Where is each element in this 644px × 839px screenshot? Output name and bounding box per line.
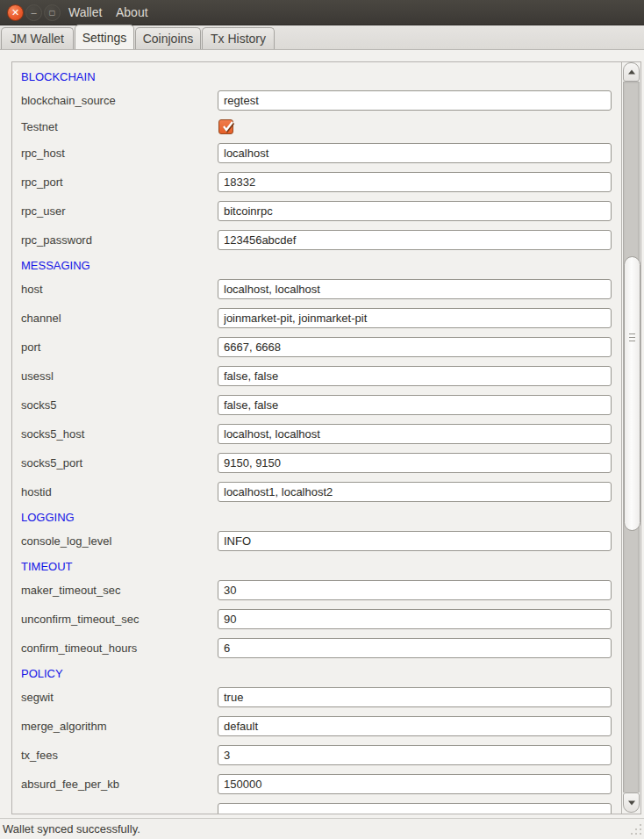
input-maker_timeout_sec[interactable]: [218, 580, 612, 600]
field-label-socks5: socks5: [21, 395, 56, 415]
maximize-icon: ▢: [49, 9, 56, 17]
settings-form-frame: BLOCKCHAINblockchain_sourceTestnetrpc_ho…: [11, 61, 641, 814]
field-label-channel: channel: [21, 308, 61, 328]
check-icon: [220, 118, 236, 134]
section-header-blockchain: BLOCKCHAIN: [21, 70, 96, 84]
field-label-host: host: [21, 279, 43, 299]
field-label-socks5_port: socks5_port: [21, 453, 82, 473]
input-confirm_timeout_hours[interactable]: [218, 638, 612, 658]
minimize-button[interactable]: –: [25, 4, 42, 21]
input-channel[interactable]: [218, 308, 612, 328]
field-label-hostid: hostid: [21, 482, 52, 502]
section-header-logging: LOGGING: [21, 511, 75, 525]
scroll-down-button[interactable]: [623, 792, 640, 813]
field-label-rpc_port: rpc_port: [21, 172, 63, 192]
status-message: Wallet synced successfully.: [3, 819, 140, 839]
input-socks5_host[interactable]: [218, 424, 612, 444]
input-host[interactable]: [218, 279, 612, 299]
tab-bar: JM WalletSettingsCoinjoinsTx History: [0, 25, 644, 50]
scroll-up-button[interactable]: [623, 62, 640, 82]
field-label-console_log_level: console_log_level: [21, 531, 111, 551]
tab-settings[interactable]: Settings: [75, 25, 134, 49]
tab-tx-history[interactable]: Tx History: [202, 27, 275, 49]
minimize-icon: –: [31, 7, 36, 18]
app-window: ✕ – ▢ Wallet About JM WalletSettingsCoin…: [0, 0, 644, 839]
field-label-socks5_host: socks5_host: [21, 424, 84, 444]
input-absurd_fee_per_kb[interactable]: [218, 774, 612, 794]
status-bar: Wallet synced successfully.: [0, 818, 644, 839]
tab-coinjoins[interactable]: Coinjoins: [135, 27, 201, 49]
input-socks5[interactable]: [218, 395, 612, 415]
field-label-unconfirm_timeout_sec: unconfirm_timeout_sec: [21, 609, 139, 629]
field-label-confirm_timeout_hours: confirm_timeout_hours: [21, 638, 137, 658]
input-blockchain_source[interactable]: [218, 90, 612, 111]
testnet-checkbox[interactable]: [218, 119, 233, 134]
maximize-button[interactable]: ▢: [44, 4, 61, 21]
field-label-rpc_user: rpc_user: [21, 201, 66, 221]
input-socks5_port[interactable]: [218, 453, 612, 473]
settings-form: BLOCKCHAINblockchain_sourceTestnetrpc_ho…: [12, 62, 621, 814]
field-label-absurd_fee_per_kb: absurd_fee_per_kb: [21, 774, 119, 794]
close-button[interactable]: ✕: [7, 4, 24, 21]
field-label-rpc_password: rpc_password: [21, 230, 92, 250]
input-console_log_level[interactable]: [218, 531, 612, 551]
scrollbar-thumb[interactable]: [624, 256, 640, 531]
field-label-usessl: usessl: [21, 366, 54, 386]
field-label-rpc_host: rpc_host: [21, 143, 65, 163]
input-unconfirm_timeout_sec[interactable]: [218, 609, 612, 629]
scrollbar-track[interactable]: [623, 82, 640, 792]
settings-pane: BLOCKCHAINblockchain_sourceTestnetrpc_ho…: [0, 50, 644, 818]
input-segwit[interactable]: [218, 687, 612, 707]
resize-grip[interactable]: [629, 824, 641, 836]
field-label-maker_timeout_sec: maker_timeout_sec: [21, 580, 120, 600]
input-usessl[interactable]: [218, 366, 612, 386]
input-rpc_user[interactable]: [218, 201, 612, 221]
scroll-up-icon: [628, 70, 635, 75]
section-header-timeout: TIMEOUT: [21, 560, 73, 574]
window-titlebar[interactable]: ✕ – ▢ Wallet About: [0, 0, 644, 25]
scroll-down-icon: [628, 800, 635, 805]
input-rpc_password[interactable]: [218, 230, 612, 250]
field-label-segwit: segwit: [21, 687, 54, 707]
section-header-policy: POLICY: [21, 667, 63, 681]
input-tx_fees[interactable]: [218, 745, 612, 765]
input-port[interactable]: [218, 337, 612, 357]
input-rpc_host[interactable]: [218, 143, 612, 163]
section-header-messaging: MESSAGING: [21, 259, 90, 273]
input-partial[interactable]: [218, 803, 612, 814]
field-label-blockchain_source: blockchain_source: [21, 90, 116, 111]
checkbox-label-testnet: Testnet: [21, 119, 58, 134]
field-label-port: port: [21, 337, 40, 357]
close-icon: ✕: [11, 7, 19, 18]
vertical-scrollbar[interactable]: [621, 62, 640, 814]
input-hostid[interactable]: [218, 482, 612, 502]
menu-wallet[interactable]: Wallet: [68, 0, 102, 25]
field-label-tx_fees: tx_fees: [21, 745, 58, 765]
scrollbar-grip-icon: [629, 333, 635, 344]
input-merge_algorithm[interactable]: [218, 716, 612, 736]
tab-jm-wallet[interactable]: JM Wallet: [1, 27, 74, 49]
input-rpc_port[interactable]: [218, 172, 612, 192]
menu-about[interactable]: About: [116, 0, 148, 25]
field-label-merge_algorithm: merge_algorithm: [21, 716, 107, 736]
